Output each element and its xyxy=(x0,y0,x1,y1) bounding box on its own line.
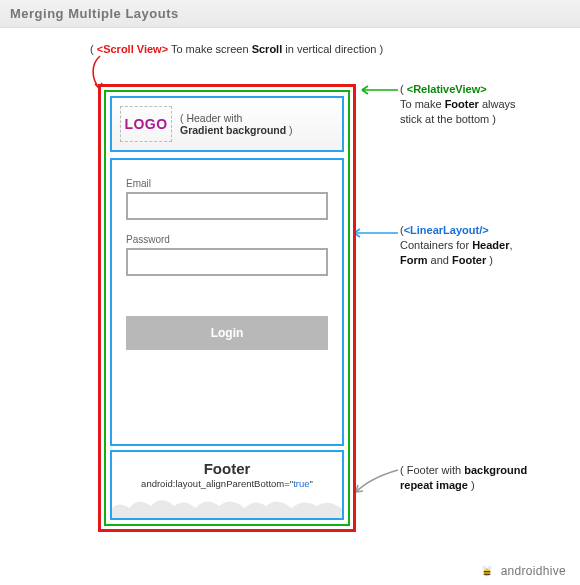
annotation-relativeview: ( <RelativeView> To make Footer always s… xyxy=(400,82,570,127)
arrow-footer-icon xyxy=(350,466,400,498)
annotation-scrollview: ( <Scroll View> To make screen Scroll in… xyxy=(90,42,383,57)
page-title: Merging Multiple Layouts xyxy=(0,0,580,28)
svg-point-3 xyxy=(482,566,486,570)
logo-placeholder: LOGO xyxy=(120,106,172,142)
linearlayout-form: Email Password Login xyxy=(110,158,344,446)
linearlayout-footer: Footer android:layout_alignParentBottom=… xyxy=(110,450,344,520)
diagram-canvas: ( <Scroll View> To make screen Scroll in… xyxy=(0,28,580,585)
login-button[interactable]: Login xyxy=(126,316,328,350)
arrow-relativeview-icon xyxy=(356,82,400,98)
annotation-linearlayout: (<LinearLayout/> Containers for Header, … xyxy=(400,223,570,268)
relativeview-frame: LOGO ( Header with Gradient background )… xyxy=(104,90,350,526)
password-label: Password xyxy=(126,234,328,245)
email-field[interactable] xyxy=(126,192,328,220)
password-field[interactable] xyxy=(126,248,328,276)
annotation-footer: ( Footer with background repeat image ) xyxy=(400,463,570,493)
email-label: Email xyxy=(126,178,328,189)
footer-attribute: android:layout_alignParentBottom="true" xyxy=(112,478,342,489)
header-description: ( Header with Gradient background ) xyxy=(180,112,293,136)
scrollview-frame: LOGO ( Header with Gradient background )… xyxy=(98,84,356,532)
brand-label: androidhive xyxy=(479,563,566,579)
bee-icon xyxy=(479,563,495,579)
logo-text: LOGO xyxy=(124,116,167,132)
footer-clouds-icon xyxy=(110,494,344,520)
svg-rect-1 xyxy=(483,571,490,572)
linearlayout-header: LOGO ( Header with Gradient background ) xyxy=(110,96,344,152)
svg-rect-2 xyxy=(483,574,490,575)
svg-point-4 xyxy=(487,566,491,570)
footer-title: Footer xyxy=(112,460,342,477)
brand-text: androidhive xyxy=(501,564,566,578)
